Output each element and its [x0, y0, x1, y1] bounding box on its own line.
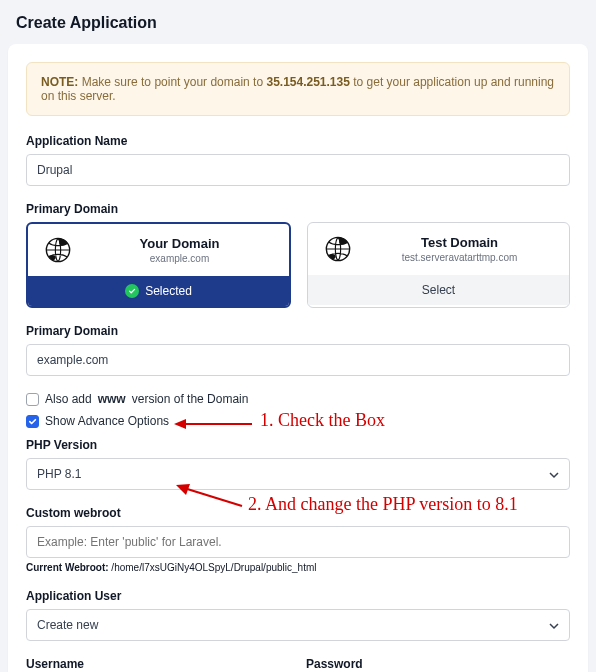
www-checkbox[interactable]: [26, 393, 39, 406]
app-name-section: Application Name: [26, 134, 570, 186]
note-prefix: NOTE:: [41, 75, 78, 89]
primary-domain-input-label: Primary Domain: [26, 324, 570, 338]
your-domain-footer: Selected: [28, 276, 289, 306]
custom-webroot-section: Custom webroot Current Webroot: /home/l7…: [26, 506, 570, 573]
globe-icon: [324, 235, 352, 263]
your-domain-footer-text: Selected: [145, 284, 192, 298]
primary-domain-input[interactable]: [26, 344, 570, 376]
test-domain-footer[interactable]: Select: [308, 275, 569, 305]
your-domain-card[interactable]: Your Domain example.com Selected: [26, 222, 291, 308]
test-domain-sub: test.serveravatarttmp.com: [366, 252, 553, 263]
note-ip: 35.154.251.135: [266, 75, 349, 89]
custom-webroot-label: Custom webroot: [26, 506, 570, 520]
chevron-down-icon: [549, 469, 559, 479]
www-checkbox-row[interactable]: Also add www version of the Domain: [26, 392, 570, 406]
app-user-section: Application User Create new: [26, 589, 570, 641]
note-text-before: Make sure to point your domain to: [78, 75, 266, 89]
check-circle-icon: [125, 284, 139, 298]
chevron-down-icon: [549, 620, 559, 630]
app-name-input[interactable]: [26, 154, 570, 186]
www-label-prefix: Also add: [45, 392, 92, 406]
primary-domain-cards-section: Primary Domain Your Domain example.com: [26, 202, 570, 308]
www-label-bold: www: [98, 392, 126, 406]
your-domain-title: Your Domain: [86, 236, 273, 251]
current-webroot: Current Webroot: /home/l7xsUGiNy4OLSpyL/…: [26, 562, 570, 573]
test-domain-card[interactable]: Test Domain test.serveravatarttmp.com Se…: [307, 222, 570, 308]
app-user-label: Application User: [26, 589, 570, 603]
www-label-suffix: version of the Domain: [132, 392, 249, 406]
php-version-label: PHP Version: [26, 438, 570, 452]
advance-checkbox[interactable]: [26, 415, 39, 428]
checkbox-options-section: Also add www version of the Domain Show …: [26, 392, 570, 428]
current-webroot-label: Current Webroot:: [26, 562, 109, 573]
app-user-select[interactable]: Create new: [26, 609, 570, 641]
password-label: Password: [306, 657, 570, 671]
your-domain-sub: example.com: [86, 253, 273, 264]
app-user-value: Create new: [37, 618, 98, 632]
username-label: Username: [26, 657, 290, 671]
test-domain-title: Test Domain: [366, 235, 553, 250]
current-webroot-value: /home/l7xsUGiNy4OLSpyL/Drupal/public_htm…: [109, 562, 317, 573]
custom-webroot-input[interactable]: [26, 526, 570, 558]
php-version-value: PHP 8.1: [37, 467, 81, 481]
globe-icon: [44, 236, 72, 264]
advance-label: Show Advance Options: [45, 414, 169, 428]
note-banner: NOTE: Make sure to point your domain to …: [26, 62, 570, 116]
app-name-label: Application Name: [26, 134, 570, 148]
primary-domain-cards-label: Primary Domain: [26, 202, 570, 216]
php-version-section: PHP Version PHP 8.1 2. And change the PH…: [26, 438, 570, 490]
svg-line-4: [184, 488, 242, 506]
form-card: NOTE: Make sure to point your domain to …: [8, 44, 588, 672]
primary-domain-input-section: Primary Domain: [26, 324, 570, 376]
php-version-select[interactable]: PHP 8.1: [26, 458, 570, 490]
advance-checkbox-row[interactable]: Show Advance Options: [26, 414, 570, 428]
credentials-section: Username Password: [26, 657, 570, 672]
page-title: Create Application: [16, 14, 580, 32]
